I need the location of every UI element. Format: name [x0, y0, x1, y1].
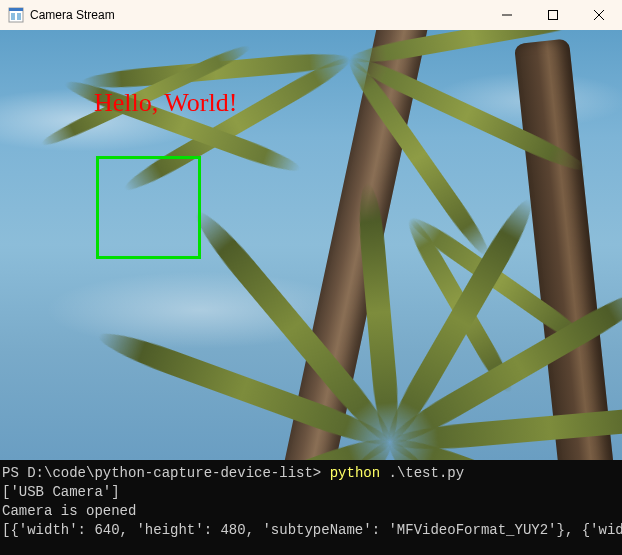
svg-rect-2	[11, 13, 15, 20]
terminal-line: ['USB Camera']	[2, 483, 620, 502]
terminal-output: PS D:\code\python-capture-device-list> p…	[0, 460, 622, 555]
titlebar-left: Camera Stream	[8, 7, 115, 23]
svg-rect-5	[549, 11, 558, 20]
close-button[interactable]	[576, 0, 622, 30]
minimize-button[interactable]	[484, 0, 530, 30]
maximize-button[interactable]	[530, 0, 576, 30]
window-title: Camera Stream	[30, 8, 115, 22]
minimize-icon	[502, 10, 512, 20]
svg-rect-3	[17, 13, 21, 20]
palm-fronds	[200, 330, 620, 460]
terminal-line: Camera is opened	[2, 502, 620, 521]
camera-frame: Hello, World!	[0, 30, 622, 460]
terminal-line: [{'width': 640, 'height': 480, 'subtypeN…	[2, 521, 620, 540]
titlebar: Camera Stream	[0, 0, 622, 30]
overlay-text: Hello, World!	[94, 88, 237, 118]
window-controls	[484, 0, 622, 30]
svg-rect-1	[9, 8, 23, 11]
close-icon	[594, 10, 604, 20]
terminal-line: PS D:\code\python-capture-device-list> p…	[2, 464, 620, 483]
maximize-icon	[548, 10, 558, 20]
overlay-rectangle	[96, 156, 201, 259]
terminal-arg: .\test.py	[389, 465, 465, 481]
terminal-prompt: PS D:\code\python-capture-device-list>	[2, 465, 321, 481]
app-icon	[8, 7, 24, 23]
terminal-command: python	[330, 465, 380, 481]
